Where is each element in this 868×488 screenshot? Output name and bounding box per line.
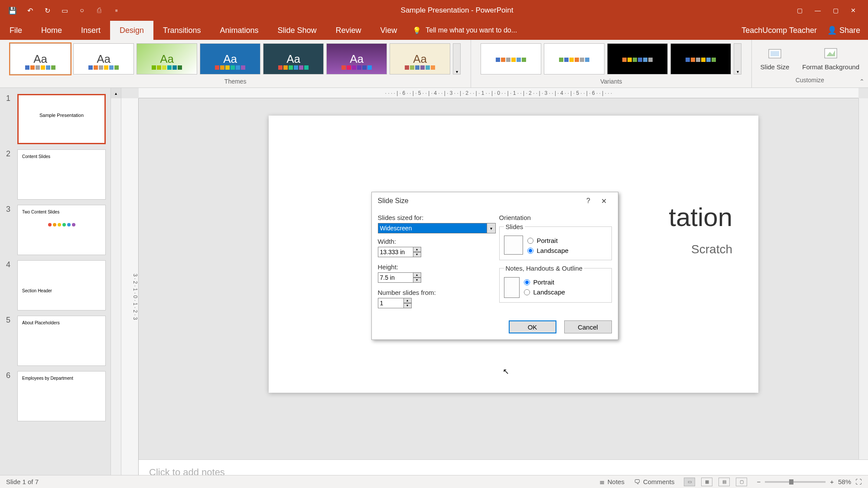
theme-5[interactable]: Aa: [263, 43, 324, 74]
fit-to-window-icon[interactable]: ⛶: [855, 478, 862, 485]
zoom-value[interactable]: 58%: [838, 478, 851, 485]
scroll-up-icon[interactable]: ▴: [111, 88, 121, 98]
themes-label: Themes: [224, 76, 247, 87]
zoom-in-icon[interactable]: +: [830, 478, 834, 485]
width-up-icon[interactable]: ▴: [413, 247, 421, 252]
svg-rect-1: [770, 51, 779, 56]
sorter-view-icon[interactable]: ▦: [701, 478, 712, 486]
sized-for-caret-icon[interactable]: ▾: [487, 223, 496, 233]
ok-button[interactable]: OK: [509, 320, 556, 333]
tab-home[interactable]: Home: [32, 21, 72, 40]
customize-label: Customize: [796, 75, 824, 85]
minimize-icon[interactable]: —: [815, 7, 821, 14]
tab-view[interactable]: View: [371, 21, 407, 40]
undo-icon[interactable]: ↶: [25, 6, 35, 15]
editor: · · · · | · 6 · · | · 5 · · | · 4 · · | …: [121, 88, 868, 488]
thumb-scrollbar[interactable]: ▴ ▾: [111, 88, 121, 488]
share-icon: 👤: [827, 26, 837, 35]
tab-review[interactable]: Review: [326, 21, 371, 40]
normal-view-icon[interactable]: ▭: [684, 478, 695, 486]
vertical-ruler: 3 · 2 · 1 · 0 · 1 · 2 · 3: [121, 98, 139, 488]
width-down-icon[interactable]: ▾: [413, 252, 421, 257]
slide-thumb-6[interactable]: Employees by Department: [17, 371, 106, 421]
slides-panel: 1 Sample Presentation 2 Content Slides 3…: [0, 88, 121, 488]
tab-design[interactable]: Design: [110, 21, 153, 40]
reading-view-icon[interactable]: ▤: [718, 478, 730, 486]
orientation-label: Orientation: [499, 214, 612, 221]
theme-7[interactable]: Aa: [390, 43, 450, 74]
slide-indicator: Slide 1 of 7: [6, 478, 39, 485]
cancel-button[interactable]: Cancel: [564, 320, 612, 333]
share-button[interactable]: 👤Share: [827, 26, 860, 35]
notes-landscape-radio[interactable]: Landscape: [524, 287, 565, 297]
slide-size-dialog: Slide Size ? ✕ Slides sized for: ▾: [371, 192, 618, 340]
tab-file[interactable]: File: [0, 21, 32, 40]
slide-thumb-3[interactable]: Two Content Slides: [17, 205, 106, 255]
variant-4[interactable]: [670, 43, 731, 74]
slide-thumb-4[interactable]: Section Header: [17, 260, 106, 310]
slide-size-button[interactable]: Slide Size: [755, 43, 795, 73]
notes-icon: ≣: [599, 478, 605, 486]
variant-1[interactable]: [481, 43, 541, 74]
tab-transitions[interactable]: Transitions: [153, 21, 210, 40]
slide-thumb-2[interactable]: Content Slides: [17, 149, 106, 200]
tab-animations[interactable]: Animations: [210, 21, 268, 40]
redo-icon[interactable]: ↻: [42, 6, 52, 15]
number-from-input[interactable]: [378, 298, 404, 308]
zoom-control: − + 58% ⛶: [757, 478, 862, 485]
height-up-icon[interactable]: ▴: [413, 272, 421, 278]
tab-insert[interactable]: Insert: [72, 21, 110, 40]
horizontal-ruler: · · · · | · 6 · · | · 5 · · | · 4 · · | …: [139, 88, 858, 98]
height-down-icon[interactable]: ▾: [413, 278, 421, 283]
notes-group-label: Notes, Handouts & Outline: [504, 265, 585, 272]
workspace: 1 Sample Presentation 2 Content Slides 3…: [0, 88, 868, 488]
dialog-help-icon[interactable]: ?: [581, 197, 596, 205]
slides-portrait-radio[interactable]: Portrait: [527, 236, 569, 246]
notes-toggle[interactable]: ≣Notes: [599, 478, 624, 486]
slide-thumb-5[interactable]: About Placeholders: [17, 316, 106, 366]
height-input[interactable]: [378, 272, 413, 283]
qat-dropdown-icon[interactable]: ≡: [112, 6, 121, 15]
collapse-ribbon-icon[interactable]: ⌃: [859, 78, 865, 85]
sized-for-combo[interactable]: [378, 223, 487, 233]
theme-3[interactable]: Aa: [137, 43, 197, 74]
zoom-out-icon[interactable]: −: [757, 478, 761, 485]
ribbon-display-icon[interactable]: ▢: [797, 7, 803, 14]
number-down-icon[interactable]: ▾: [404, 303, 412, 308]
tab-slide-show[interactable]: Slide Show: [268, 21, 326, 40]
variant-2[interactable]: [544, 43, 605, 74]
close-icon[interactable]: ✕: [851, 7, 856, 14]
title-bar: 💾 ↶ ↻ ▭ ○ ⎙ ≡ Sample Presentation - Powe…: [0, 0, 868, 21]
save-icon[interactable]: 💾: [8, 6, 17, 15]
maximize-icon[interactable]: ▢: [833, 7, 839, 14]
themes-more-icon[interactable]: ▾: [453, 43, 461, 74]
slides-landscape-radio[interactable]: Landscape: [527, 246, 569, 255]
page-portrait-icon: [504, 277, 520, 298]
tell-me[interactable]: 💡 Tell me what you want to do...: [406, 21, 741, 40]
variant-3[interactable]: [607, 43, 668, 74]
zoom-slider[interactable]: [765, 481, 826, 483]
dialog-close-icon[interactable]: ✕: [596, 197, 612, 205]
slideshow-view-icon[interactable]: ▢: [736, 478, 747, 486]
quick-access-toolbar: 💾 ↶ ↻ ▭ ○ ⎙ ≡: [0, 6, 129, 15]
slides-group-label: Slides: [504, 223, 525, 230]
theme-office[interactable]: Aa: [10, 43, 71, 74]
start-slideshow-icon[interactable]: ▭: [60, 6, 69, 15]
variants-more-icon[interactable]: ▾: [734, 43, 741, 74]
user-name[interactable]: TeachUcomp Teacher: [741, 26, 817, 35]
number-up-icon[interactable]: ▴: [404, 298, 412, 303]
comments-toggle[interactable]: 🗨Comments: [634, 478, 675, 485]
dialog-title: Slide Size: [378, 197, 409, 205]
theme-6[interactable]: Aa: [326, 43, 387, 74]
circle-icon[interactable]: ○: [77, 6, 87, 15]
notes-portrait-radio[interactable]: Portrait: [524, 277, 565, 287]
theme-2[interactable]: Aa: [73, 43, 134, 74]
ribbon-tabs: File Home Insert Design Transitions Anim…: [0, 21, 868, 40]
theme-4[interactable]: Aa: [200, 43, 260, 74]
format-background-button[interactable]: Format Background: [797, 43, 865, 73]
print-icon[interactable]: ⎙: [94, 6, 104, 15]
sized-for-label: Slides sized for:: [378, 214, 496, 221]
slide-thumb-1[interactable]: Sample Presentation: [17, 94, 106, 144]
status-bar: Slide 1 of 7 ≣Notes 🗨Comments ▭ ▦ ▤ ▢ − …: [0, 475, 868, 488]
width-input[interactable]: [378, 247, 413, 257]
